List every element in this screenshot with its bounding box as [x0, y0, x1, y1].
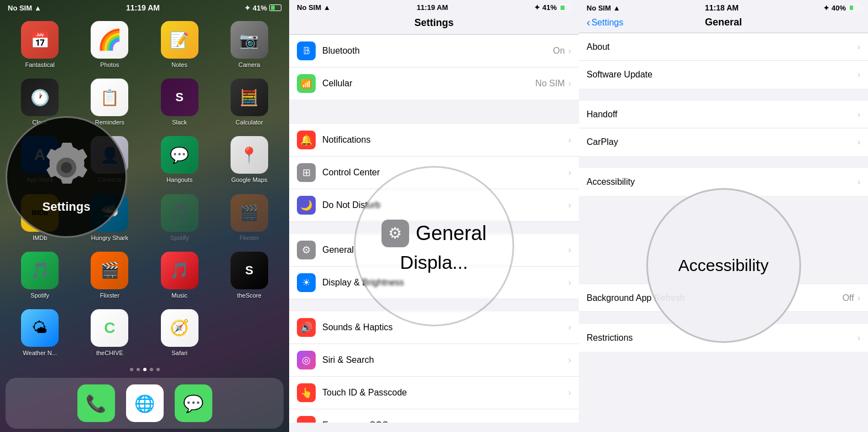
cellular-chevron: › — [568, 79, 571, 89]
home-time: 11:19 AM — [126, 3, 160, 12]
app-weather[interactable]: 🌤 Weather N... — [8, 309, 72, 357]
settings-row-sos[interactable]: SOS Emergency SOS › — [289, 409, 579, 423]
general-status-right: ✦ 40% — [823, 4, 860, 12]
app-flixster[interactable]: 🎬 Flixster — [217, 194, 281, 242]
touchid-chevron: › — [568, 388, 571, 398]
section-gap-1 — [289, 112, 579, 124]
app-weather-icon: 🌤 — [21, 309, 59, 347]
accessibility-chevron: › — [857, 177, 860, 187]
app-flixster2[interactable]: 🎬 Flixster — [77, 252, 142, 299]
app-googlemaps-label: Google Maps — [231, 176, 267, 184]
touchid-icon-wrap: 👆 — [297, 383, 316, 402]
general-row-about[interactable]: About › — [579, 33, 868, 61]
app-camera[interactable]: 📷 Camera — [217, 21, 281, 69]
dock-messages[interactable]: 💬 — [175, 384, 212, 422]
app-calculator-label: Calculator — [236, 119, 263, 126]
settings-row-notifications[interactable]: 🔔 Notifications › — [289, 124, 579, 157]
wifi-icon: ▲ — [34, 4, 41, 12]
cellular-value: No SIM — [535, 79, 564, 89]
app-music-label: Music — [171, 292, 187, 299]
settings-carrier: No SIM — [297, 3, 321, 12]
app-spotify[interactable]: 🎵 Spotify — [148, 194, 212, 242]
dock-chrome[interactable]: 🌐 — [126, 384, 164, 422]
display-chevron: › — [568, 278, 571, 288]
home-dock: 📞 🌐 💬 — [6, 378, 284, 429]
app-spotify2[interactable]: 🎵 Spotify — [8, 252, 72, 299]
general-circle-display-row: Displa... — [400, 252, 468, 273]
settings-row-siri[interactable]: ◎ Siri & Search › — [289, 344, 579, 377]
app-hangouts[interactable]: 💬 Hangouts — [148, 136, 212, 184]
app-imdb-label: IMDb — [33, 235, 47, 242]
general-row-softwareupdate[interactable]: Software Update › — [579, 61, 868, 89]
app-photos-label: Photos — [100, 61, 119, 69]
general-section-gap-1 — [579, 89, 868, 101]
notifications-label: Notifications — [322, 135, 568, 145]
general-icon-wrap: ⚙ — [297, 241, 316, 259]
general-circle-overlay: ⚙ General Displa... — [354, 166, 514, 326]
nav-back-button[interactable]: ‹ Settings — [587, 16, 623, 29]
general-nav-title: General — [705, 17, 742, 28]
controlcenter-icon-wrap: ⊞ — [297, 163, 316, 182]
settings-row-touchid[interactable]: 👆 Touch ID & Passcode › — [289, 377, 579, 409]
app-googlemaps[interactable]: 📍 Google Maps — [217, 136, 281, 184]
app-reminders-icon: 📋 — [91, 79, 128, 116]
app-spotify2-icon: 🎵 — [21, 252, 59, 289]
about-label: About — [587, 42, 857, 52]
about-chevron: › — [857, 42, 860, 52]
app-slack[interactable]: S Slack — [148, 79, 212, 126]
carrier-label: No SIM — [8, 4, 32, 12]
display-icon: ☀ — [302, 277, 311, 289]
softwareupdate-chevron: › — [857, 70, 860, 80]
dot-1 — [130, 368, 133, 371]
general-battery-fill — [850, 6, 853, 10]
app-music[interactable]: 🎵 Music — [148, 252, 212, 299]
app-hangouts-icon: 💬 — [161, 136, 198, 174]
app-music-icon: 🎵 — [161, 252, 198, 289]
app-thechive-label: theCHIVE — [96, 350, 123, 357]
home-status-bar: No SIM ▲ 11:19 AM ✦ 41% — [0, 0, 289, 14]
softwareupdate-label: Software Update — [587, 70, 857, 80]
app-fantastical[interactable]: 📅 Fantastical — [8, 21, 72, 69]
sos-chevron: › — [568, 420, 571, 423]
app-thescore[interactable]: S theScore — [217, 252, 281, 299]
sounds-icon-wrap: 🔊 — [297, 318, 316, 337]
sounds-chevron: › — [568, 322, 571, 332]
bluetooth-icon-wrap: 𝔹 — [297, 41, 316, 60]
general-settings-icon: ⚙ — [302, 244, 311, 256]
app-safari-icon: 🧭 — [161, 309, 198, 347]
app-slack-label: Slack — [172, 119, 187, 126]
app-clock-icon: 🕐 — [21, 79, 59, 116]
app-notes[interactable]: 📝 Notes — [148, 21, 212, 69]
app-notes-icon: 📝 — [161, 21, 198, 59]
sounds-icon: 🔊 — [300, 321, 312, 334]
general-chevron: › — [568, 245, 571, 255]
app-thechive[interactable]: C theCHIVE — [77, 309, 142, 357]
app-thechive-icon: C — [91, 309, 128, 347]
bluetooth-value: On — [553, 46, 564, 56]
dock-phone[interactable]: 📞 — [77, 384, 115, 422]
controlcenter-icon: ⊞ — [302, 166, 311, 179]
app-photos[interactable]: 🌈 Photos — [77, 21, 142, 69]
siri-icon-wrap: ◎ — [297, 351, 316, 369]
cellular-label: Cellular — [322, 79, 535, 89]
app-reminders[interactable]: 📋 Reminders — [77, 79, 142, 126]
controlcenter-chevron: › — [568, 168, 571, 178]
home-page-dots — [0, 363, 289, 376]
settings-gear-svg — [39, 140, 94, 195]
settings-battery-fill — [561, 6, 564, 10]
general-row-carplay[interactable]: CarPlay › — [579, 128, 868, 156]
battery-fill — [271, 6, 275, 10]
app-safari-label: Safari — [171, 350, 187, 357]
settings-row-bluetooth[interactable]: 𝔹 Bluetooth On › — [289, 35, 579, 67]
app-reminders-label: Reminders — [95, 119, 124, 126]
app-photos-icon: 🌈 — [91, 21, 128, 59]
app-calculator[interactable]: 🧮 Calculator — [217, 79, 281, 126]
app-safari[interactable]: 🧭 Safari — [148, 309, 212, 357]
general-gear-icon: ⚙ — [381, 220, 409, 247]
app-slack-icon: S — [161, 79, 198, 116]
settings-row-cellular[interactable]: 📶 Cellular No SIM › — [289, 67, 579, 100]
general-battery: 40% — [832, 4, 846, 12]
app-calculator-icon: 🧮 — [231, 79, 268, 116]
settings-circle-overlay: Settings — [6, 116, 127, 238]
general-row-handoff[interactable]: Handoff › — [579, 101, 868, 128]
